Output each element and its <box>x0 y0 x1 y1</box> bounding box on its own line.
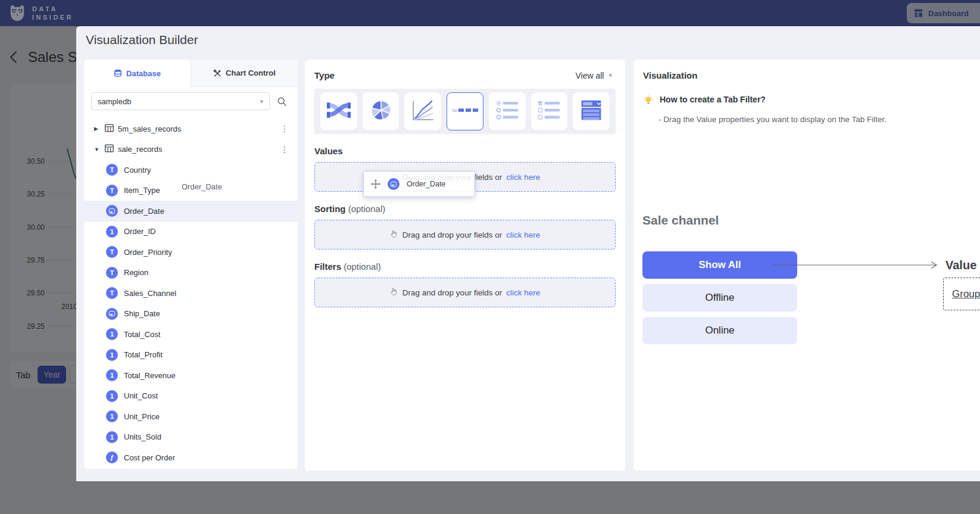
number-field-icon: 1 <box>106 410 118 422</box>
field-row-total-revenue[interactable]: 1Total_Revenue <box>84 365 298 386</box>
annotation-group-box: Group <box>943 278 980 310</box>
chevron-down-icon: ▾ <box>608 71 612 79</box>
field-row-unit-cost[interactable]: 1Unit_Cost <box>84 386 298 407</box>
sorting-dropzone[interactable]: Drag and drop your fields or click here <box>314 220 616 250</box>
field-name: Cost per Order <box>124 453 175 462</box>
lightbulb-icon <box>643 95 654 107</box>
logo-line-1: DATA <box>32 5 73 13</box>
hand-pointer-icon <box>390 287 398 298</box>
tab-filter-icon: Tab <box>451 104 479 119</box>
left-panel-tabbar: Database Chart Control <box>84 60 298 87</box>
number-field-icon: 1 <box>106 431 118 443</box>
text-field-icon: T <box>106 185 118 197</box>
values-section-label: Values <box>314 146 343 156</box>
field-tree: ▶5m_sales_records⋮▼sale_records⋮TCountry… <box>84 119 298 468</box>
field-row-ship-date[interactable]: Ship_Date <box>84 304 298 325</box>
field-name: Ship_Date <box>124 309 160 318</box>
search-icon[interactable] <box>277 96 287 107</box>
tab-chart-control[interactable]: Chart Control <box>191 60 298 87</box>
values-click-here-link[interactable]: click here <box>506 173 540 182</box>
field-row-order-date[interactable]: Order_Date <box>84 201 298 222</box>
dashboard-button[interactable]: Dashboard <box>907 3 980 23</box>
annotation-value-label: Value <box>945 258 976 272</box>
sorting-optional-label: (optional) <box>348 204 386 214</box>
datasource-value: sampledb <box>98 97 131 106</box>
date-field-icon <box>388 178 400 190</box>
database-panel: Database Chart Control sampledb ▾ <box>84 60 298 469</box>
dashboard-icon <box>914 8 923 18</box>
preview-button-online[interactable]: Online <box>642 317 797 344</box>
field-row-country[interactable]: TCountry <box>84 160 298 180</box>
database-icon <box>114 69 122 77</box>
visualization-header: Visualization <box>633 60 980 80</box>
filters-optional-label: (optional) <box>344 261 381 272</box>
sorting-section-label: Sorting <box>314 204 346 214</box>
annotation-group-label[interactable]: Group <box>952 288 980 300</box>
tab-chart-control-label: Chart Control <box>226 68 276 77</box>
tab-database-label: Database <box>126 69 161 78</box>
caret-down-icon[interactable]: ▼ <box>94 147 101 152</box>
field-row-total-cost[interactable]: 1Total_Cost <box>84 324 298 345</box>
annotation-arrow <box>770 260 943 270</box>
table-row[interactable]: ▶5m_sales_records⋮ <box>84 119 298 139</box>
field-name: Order_Date <box>124 207 164 216</box>
sankey-chart-icon <box>326 98 352 124</box>
visualization-panel: Visualization How to create a Tab Filter… <box>633 60 980 471</box>
chart-type-radio-filter[interactable] <box>489 92 526 130</box>
caret-right-icon[interactable]: ▶ <box>94 126 101 132</box>
view-all-button[interactable]: View all ▾ <box>575 71 612 80</box>
table-menu-icon[interactable]: ⋮ <box>280 124 289 133</box>
chart-type-pie-chart[interactable] <box>363 92 400 130</box>
formula-field-icon: ƒ <box>106 451 118 463</box>
chevron-down-icon: ▾ <box>260 98 263 105</box>
number-field-icon: 1 <box>106 349 118 361</box>
filters-section-label: Filters <box>314 261 341 272</box>
table-menu-icon[interactable]: ⋮ <box>280 145 289 154</box>
chart-type-strip: Tab <box>314 89 616 134</box>
chart-type-checkbox-filter[interactable] <box>531 92 568 130</box>
datasource-select[interactable]: sampledb ▾ <box>91 92 270 110</box>
field-row-order-priority[interactable]: TOrder_Priority <box>84 242 298 263</box>
field-row-unit-price[interactable]: 1Unit_Price <box>84 406 298 427</box>
tip-title: How to create a Tab Filter? <box>660 95 766 104</box>
field-name: Unit_Cost <box>124 391 158 400</box>
field-name: Country <box>124 166 151 175</box>
hand-pointer-icon <box>390 229 398 240</box>
chart-type-dropdown-filter[interactable] <box>573 92 610 130</box>
filters-dropzone[interactable]: Drag and drop your fields or click here <box>314 278 616 307</box>
text-field-icon: T <box>106 287 118 299</box>
chart-type-line-chart[interactable] <box>404 92 441 130</box>
checkbox-filter-icon <box>537 99 561 124</box>
chart-type-sankey-chart[interactable] <box>320 92 357 130</box>
modal-title: Visualization Builder <box>86 33 198 47</box>
dropzone-text: Drag and drop your fields or <box>402 288 502 297</box>
field-row-region[interactable]: TRegion <box>84 263 298 284</box>
field-row-cost-per-order[interactable]: ƒCost per Order <box>84 447 298 468</box>
tab-database[interactable]: Database <box>84 60 191 87</box>
builder-panel: Type View all ▾ Tab Values Drag and drop… <box>305 60 625 471</box>
field-row-total-profit[interactable]: 1Total_Profit <box>84 345 298 366</box>
dragging-field-label: Order_Date <box>407 180 445 188</box>
filters-click-here-link[interactable]: click here <box>506 288 540 297</box>
number-field-icon: 1 <box>106 328 118 340</box>
field-name: Order_Priority <box>124 248 172 257</box>
field-row-order-id[interactable]: 1Order_ID <box>84 222 298 242</box>
chart-type-tab-filter-selected[interactable]: Tab <box>447 92 483 130</box>
text-field-icon: T <box>106 246 118 258</box>
field-row-sales-channel[interactable]: TSales_Channel <box>84 283 298 304</box>
logo-line-2: INSIDER <box>32 13 73 21</box>
field-name: Total_Revenue <box>124 371 176 380</box>
table-row[interactable]: ▼sale_records⋮ <box>84 139 298 160</box>
sorting-click-here-link[interactable]: click here <box>506 230 540 239</box>
preview-button-offline[interactable]: Offline <box>642 284 797 311</box>
visualization-builder-modal: Visualization Builder Database Chart C <box>76 26 980 481</box>
dragging-field-card[interactable]: Order_Date <box>363 171 475 197</box>
app-logo[interactable]: DATA INSIDER <box>8 4 73 23</box>
type-section-label: Type <box>314 70 335 80</box>
preview-title: Sale channel <box>642 213 719 228</box>
field-name: Total_Profit <box>124 350 163 359</box>
radio-filter-icon <box>495 99 519 124</box>
field-row-units-sold[interactable]: 1Units_Sold <box>84 427 298 448</box>
svg-text:Tab: Tab <box>451 108 458 113</box>
table-name: 5m_sales_records <box>118 124 181 133</box>
